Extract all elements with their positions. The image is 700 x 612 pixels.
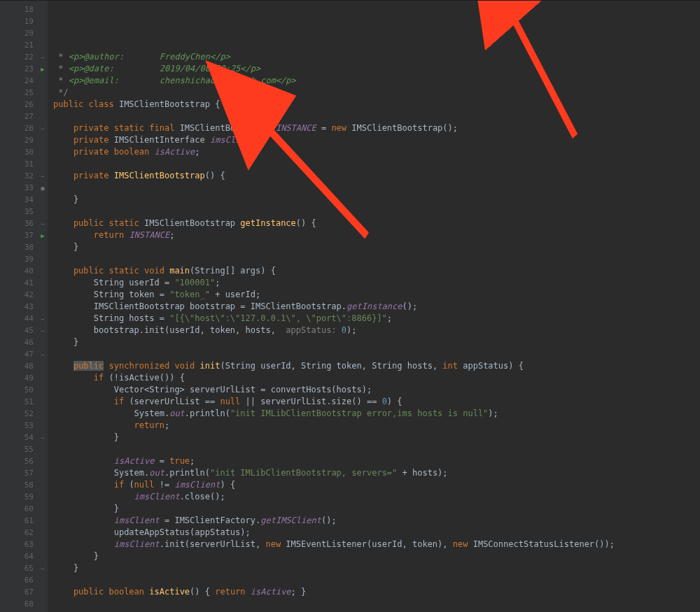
- code-line[interactable]: [53, 348, 700, 360]
- code-line[interactable]: public boolean isActive() { return isAct…: [53, 586, 700, 598]
- run-icon[interactable]: ▶: [41, 232, 44, 239]
- code-line[interactable]: */: [53, 87, 700, 99]
- code-content[interactable]: * <p>@author: FreddyChen</p> * <p>@date:…: [48, 1, 700, 612]
- code-line[interactable]: updateAppStatus(appStatus);: [53, 527, 700, 539]
- gutter-marker: [38, 158, 48, 170]
- code-line[interactable]: private IMSClientInterface imsClient;: [53, 134, 700, 146]
- gutter-marker: [38, 75, 48, 87]
- line-number: 18: [0, 3, 34, 15]
- token: 0: [342, 325, 346, 335]
- code-line[interactable]: isActive = true;: [53, 455, 700, 467]
- code-line[interactable]: bootstrap.init(userId, token, hosts, app…: [53, 325, 700, 336]
- line-number: 59: [0, 491, 34, 503]
- code-line[interactable]: String token = "token_" + userId;: [53, 289, 700, 301]
- token: (!isActive()) {: [108, 373, 184, 383]
- token: imsClient: [210, 135, 255, 145]
- token: }: [53, 504, 119, 513]
- code-line[interactable]: [53, 158, 700, 170]
- token: imsClient: [114, 539, 160, 549]
- gutter-marker: −: [38, 51, 48, 63]
- line-number: 22: [0, 51, 34, 63]
- code-line[interactable]: imsClient = IMSClientFactory.getIMSClien…: [53, 515, 700, 527]
- gutter-marker: −: [38, 432, 48, 443]
- fold-icon[interactable]: −: [41, 220, 44, 227]
- line-number: 64: [0, 550, 34, 562]
- fold-icon[interactable]: −: [41, 351, 44, 358]
- line-number: 19: [0, 15, 34, 27]
- token: <p>@author: FreddyChen</p>: [69, 52, 230, 62]
- code-line[interactable]: }: [53, 503, 700, 515]
- code-line[interactable]: [53, 111, 700, 122]
- fold-icon[interactable]: −: [41, 565, 44, 572]
- code-line[interactable]: public static IMSClientBootstrap getInst…: [53, 218, 700, 229]
- token: null: [134, 480, 160, 490]
- code-line[interactable]: [53, 182, 700, 194]
- token: isActive: [155, 147, 195, 157]
- gutter-marker: [38, 550, 48, 562]
- code-line[interactable]: System.out.println("init IMLibClientBoot…: [53, 408, 700, 420]
- code-line[interactable]: Vector<String> serverUrlList = convertHo…: [53, 384, 700, 396]
- code-line[interactable]: [53, 206, 700, 218]
- code-line[interactable]: [53, 443, 700, 455]
- code-line[interactable]: String userId = "100001";: [53, 277, 700, 289]
- code-line[interactable]: IMSClientBootstrap bootstrap = IMSClient…: [53, 301, 700, 313]
- code-line[interactable]: }: [53, 562, 700, 574]
- code-line[interactable]: private static final IMSClientBootstrap …: [53, 122, 700, 134]
- code-line[interactable]: System.out.println("init IMLibClientBoot…: [53, 467, 700, 479]
- token: !=: [160, 480, 175, 490]
- token: updateAppStatus(appStatus);: [53, 527, 251, 537]
- fold-icon[interactable]: −: [41, 173, 44, 180]
- gutter-marker: [38, 111, 48, 122]
- code-line[interactable]: if (null != imsClient) {: [53, 479, 700, 491]
- override-icon[interactable]: ◉: [41, 185, 44, 192]
- token: }: [53, 337, 78, 347]
- token: new: [453, 539, 473, 549]
- token: IMSClientInterface: [114, 135, 210, 145]
- run-icon[interactable]: ▶: [41, 66, 44, 73]
- code-line[interactable]: }: [53, 432, 700, 443]
- code-line[interactable]: if (serverUrlList == null || serverUrlLi…: [53, 396, 700, 408]
- code-line[interactable]: * <p>@author: FreddyChen</p>: [53, 51, 700, 63]
- token: IMSClientBootstrap: [119, 99, 210, 109]
- fold-icon[interactable]: −: [41, 434, 44, 441]
- line-number: 35: [0, 206, 34, 218]
- token: IMSClientBootstrap();: [351, 123, 458, 133]
- fold-icon[interactable]: −: [41, 315, 44, 322]
- line-number: 63: [0, 539, 34, 550]
- fold-icon[interactable]: −: [41, 125, 44, 132]
- token: =: [155, 456, 170, 466]
- code-line[interactable]: return;: [53, 420, 700, 432]
- gutter-marker: [38, 289, 48, 301]
- code-line[interactable]: }: [53, 241, 700, 253]
- fold-icon[interactable]: −: [41, 327, 44, 334]
- code-line[interactable]: String hosts = "[{\"host\":\"127.0.0.1\"…: [53, 313, 700, 325]
- line-number: 34: [0, 194, 34, 206]
- code-line[interactable]: }: [53, 194, 700, 206]
- code-line[interactable]: private IMSClientBootstrap() {: [53, 170, 700, 182]
- code-line[interactable]: [53, 574, 700, 586]
- gutter-marker: [38, 396, 48, 408]
- token: String token =: [53, 290, 169, 299]
- code-line[interactable]: * <p>@email: chenshichao@outlook.com</p>: [53, 75, 700, 87]
- code-line[interactable]: private boolean isActive;: [53, 146, 700, 158]
- code-line[interactable]: imsClient.init(serverUrlList, new IMSEve…: [53, 539, 700, 550]
- gutter-marker: [38, 491, 48, 503]
- code-line[interactable]: }: [53, 336, 700, 348]
- token: private boolean: [53, 147, 155, 157]
- code-line[interactable]: }: [53, 550, 700, 562]
- code-line[interactable]: if (!isActive()) {: [53, 372, 700, 384]
- gutter-marker: [38, 515, 48, 527]
- code-line[interactable]: return INSTANCE;: [53, 229, 700, 241]
- code-line[interactable]: * <p>@date: 2019/04/08 00:25</p>: [53, 63, 700, 75]
- fold-icon[interactable]: −: [41, 54, 44, 61]
- code-line[interactable]: public static void main(String[] args) {: [53, 265, 700, 277]
- code-line[interactable]: public synchronized void init(String use…: [53, 360, 700, 372]
- code-line[interactable]: public class IMSClientBootstrap {: [53, 99, 700, 111]
- token: private: [53, 135, 114, 145]
- code-line[interactable]: imsClient.close();: [53, 491, 700, 503]
- gutter-marker: [38, 360, 48, 372]
- token: private: [53, 171, 114, 180]
- token: ;: [291, 587, 301, 597]
- code-line[interactable]: [53, 253, 700, 265]
- code-line[interactable]: [53, 598, 700, 610]
